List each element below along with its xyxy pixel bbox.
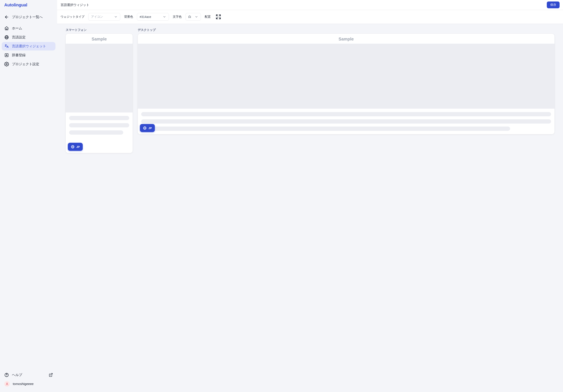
bg-color-select[interactable]: #314ace (137, 13, 169, 21)
nav-language-settings[interactable]: 言語設定 (2, 33, 55, 42)
skeleton-line (141, 119, 551, 123)
sidebar-nav: ホーム 言語設定 言語選択ウィジェット 辞書登録 (0, 23, 57, 70)
svg-point-9 (7, 383, 8, 384)
device-frame-phone: Sample JP (66, 34, 133, 153)
help-link[interactable]: ヘルプ (2, 371, 55, 379)
nav-language-settings-label: 言語設定 (12, 35, 26, 40)
svg-point-7 (6, 376, 7, 376)
globe-icon (143, 126, 147, 130)
widget-type-value: アイコン (91, 15, 103, 19)
device-body-desktop (138, 44, 554, 109)
help-icon (4, 373, 9, 377)
nav-dictionary-label: 辞書登録 (12, 53, 26, 58)
external-link-icon (49, 373, 53, 377)
widget-lang-code: JP (76, 145, 80, 148)
sample-title-desktop: Sample (138, 34, 554, 44)
layout-label: 配置 (205, 15, 211, 19)
widget-type-select[interactable]: アイコン (88, 13, 120, 21)
nav-home[interactable]: ホーム (2, 24, 55, 33)
nav-language-widget-label: 言語選択ウィジェット (12, 44, 46, 49)
save-button[interactable]: 保存 (547, 1, 560, 8)
sidebar: Autolingual プロジェクト一覧へ ホーム 言語設定 (0, 0, 57, 392)
skeleton-line (69, 130, 123, 135)
preview-phone-label: スマートフォン (66, 28, 133, 32)
preview-phone-column: スマートフォン Sample JP (66, 28, 133, 153)
skeleton-line (69, 123, 129, 127)
preview-desktop-column: デスクトップ Sample JP (138, 28, 554, 134)
nav-project-settings-label: プロジェクト設定 (12, 62, 39, 66)
widget-lang-code: JP (148, 127, 152, 130)
arrow-left-icon (4, 15, 9, 19)
chevron-down-icon (114, 15, 117, 19)
fg-color-select[interactable]: 白 (186, 13, 201, 21)
bg-color-value: #314ace (140, 15, 151, 19)
svg-rect-4 (5, 54, 8, 57)
avatar (4, 381, 10, 387)
user-name: tomoshigeeee (13, 382, 34, 386)
main: 言語選択ウィジット 保存 ウェジットタイプ アイコン 背景色 #314ace 文… (57, 0, 563, 392)
translate-icon (4, 44, 9, 49)
back-to-projects[interactable]: プロジェクト一覧へ (2, 13, 55, 21)
chevron-down-icon (163, 15, 166, 19)
bg-color-label: 背景色 (124, 15, 133, 19)
help-label: ヘルプ (12, 373, 22, 377)
letter-a-icon (4, 53, 9, 58)
fg-color-label: 文字色 (173, 15, 182, 19)
back-label: プロジェクト一覧へ (12, 15, 43, 19)
svg-point-5 (6, 63, 7, 65)
preview-canvas: スマートフォン Sample JP (57, 24, 563, 392)
nav-home-label: ホーム (12, 26, 22, 31)
nav-project-settings[interactable]: プロジェクト設定 (2, 60, 55, 68)
skeleton-line (141, 127, 510, 131)
sample-title-phone: Sample (66, 34, 133, 44)
home-icon (4, 26, 9, 31)
device-frame-desktop: Sample JP (138, 34, 554, 134)
preview-desktop-label: デスクトップ (138, 28, 554, 32)
skeleton-line (69, 116, 129, 120)
brand: Autolingual (0, 0, 57, 10)
device-body-phone (66, 44, 133, 112)
brand-text: Autolingual (4, 2, 27, 7)
device-footer-desktop (138, 109, 554, 134)
nav-language-widget[interactable]: 言語選択ウィジェット (2, 42, 55, 50)
globe-icon (4, 35, 9, 40)
language-widget-chip-phone[interactable]: JP (68, 143, 83, 151)
page-title: 言語選択ウィジット (61, 3, 89, 7)
nav-dictionary[interactable]: 辞書登録 (2, 51, 55, 60)
language-widget-chip-desktop[interactable]: JP (140, 124, 155, 132)
skeleton-line (141, 112, 551, 116)
chevron-down-icon (195, 15, 198, 19)
toolbar: ウェジットタイプ アイコン 背景色 #314ace 文字色 白 (57, 10, 563, 24)
fg-color-value: 白 (188, 15, 191, 19)
placement-button[interactable] (215, 13, 222, 21)
expand-icon (216, 14, 221, 20)
topbar: 言語選択ウィジット 保存 (57, 0, 563, 10)
globe-icon (71, 145, 75, 149)
account-row[interactable]: tomoshigeeee (2, 379, 55, 389)
settings-icon (4, 62, 9, 66)
svg-line-8 (50, 373, 52, 375)
widget-type-label: ウェジットタイプ (61, 15, 84, 19)
